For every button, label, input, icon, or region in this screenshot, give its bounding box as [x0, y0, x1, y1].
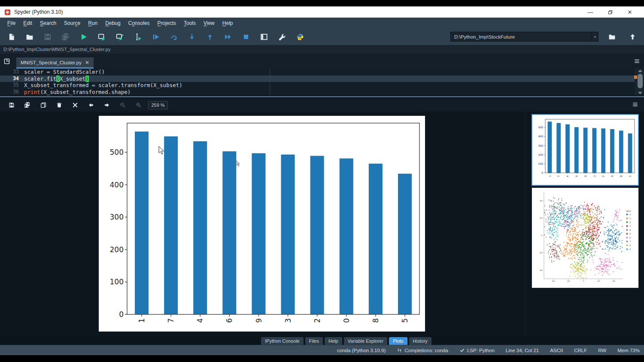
svg-text:6: 6: [225, 318, 234, 323]
previous-plot-button[interactable]: [83, 100, 99, 110]
save-all-button[interactable]: [57, 30, 75, 43]
svg-text:6: 6: [575, 175, 578, 177]
svg-text:0: 0: [119, 310, 124, 319]
plot-thumbnail-tsne[interactable]: -40-2002040-40-2002040label0123456789: [532, 187, 639, 288]
code-editor[interactable]: 33scaler = StandardScaler()34scaler.fit(…: [0, 69, 644, 95]
scrollbar-thumb[interactable]: [638, 74, 643, 88]
svg-text:0: 0: [629, 214, 631, 216]
maximize-pane-button[interactable]: [255, 30, 273, 43]
working-directory-combo[interactable]: [450, 32, 598, 42]
plots-pane: 01002003004005001746932085 0100200300400…: [0, 112, 644, 336]
open-file-button[interactable]: [21, 30, 39, 43]
svg-text:8: 8: [371, 318, 380, 323]
debug-file-button[interactable]: [147, 30, 165, 43]
svg-text:1: 1: [629, 217, 631, 220]
title-bar: Spyder (Python 3.10) — ✕: [0, 6, 644, 18]
plots-toolbar: 259 %: [0, 99, 644, 112]
svg-text:4: 4: [629, 229, 631, 231]
code-line-34: 34scaler.fit(X_subset): [0, 75, 644, 82]
pythonpath-manager-button[interactable]: [291, 30, 309, 43]
preferences-button[interactable]: [273, 30, 291, 43]
zoom-out-button[interactable]: [115, 100, 131, 110]
combo-dropdown-icon[interactable]: [591, 32, 598, 41]
minimize-button[interactable]: —: [580, 7, 600, 17]
run-cell-button[interactable]: [93, 30, 111, 43]
svg-text:5: 5: [629, 233, 631, 235]
save-file-button[interactable]: [39, 30, 57, 43]
close-button[interactable]: ✕: [620, 7, 640, 17]
svg-text:5: 5: [401, 318, 409, 323]
window-title: Spyder (Python 3.10): [14, 9, 63, 15]
svg-text:300: 300: [538, 144, 544, 147]
svg-text:300: 300: [110, 213, 124, 221]
stop-debugging-button[interactable]: [237, 30, 255, 43]
bottom-tab-plots[interactable]: Plots: [389, 337, 407, 345]
menu-help[interactable]: Help: [219, 19, 237, 27]
working-directory-input[interactable]: [451, 34, 591, 39]
run-file-button[interactable]: [75, 30, 93, 43]
svg-text:7: 7: [167, 318, 175, 323]
restore-button[interactable]: [600, 7, 620, 17]
plot-thumbnail-bar[interactable]: 01002003004005001746932085: [532, 114, 639, 186]
svg-text:1: 1: [548, 175, 551, 177]
menu-debug[interactable]: Debug: [101, 19, 124, 27]
remove-plot-button[interactable]: [51, 100, 67, 110]
remove-all-plots-button[interactable]: [67, 100, 83, 110]
run-current-line-button[interactable]: [165, 30, 183, 43]
run-selection-button[interactable]: [129, 30, 147, 43]
svg-text:4: 4: [566, 175, 569, 177]
scroll-flag-marker: [634, 75, 637, 79]
plots-options-menu-icon[interactable]: [632, 101, 641, 109]
bottom-tab-ipython-console[interactable]: IPython Console: [261, 337, 304, 345]
new-file-button[interactable]: [3, 30, 21, 43]
bottom-pane-tabs: IPython ConsoleFilesHelpVariable Explore…: [0, 336, 644, 345]
svg-text:500: 500: [110, 148, 124, 157]
svg-text:5: 5: [629, 175, 632, 177]
svg-text:8: 8: [620, 175, 623, 177]
step-into-button[interactable]: [183, 30, 201, 43]
menu-source[interactable]: Source: [60, 19, 84, 27]
bottom-tab-history[interactable]: History: [409, 337, 431, 345]
menu-view[interactable]: View: [200, 19, 219, 27]
bottom-tab-files[interactable]: Files: [305, 337, 323, 345]
editor-scrollbar[interactable]: [635, 69, 644, 95]
pane-splitter[interactable]: [0, 95, 644, 99]
tab-close-icon[interactable]: ✕: [85, 60, 89, 65]
letterbox-bottom: [0, 355, 644, 362]
step-out-button[interactable]: [201, 30, 219, 43]
save-plot-button[interactable]: [3, 100, 19, 110]
bar-chart-figure: 01002003004005001746932085: [99, 116, 425, 332]
zoom-in-button[interactable]: [131, 100, 146, 110]
browse-tabs-button[interactable]: [3, 58, 12, 66]
scroll-up-icon[interactable]: [638, 69, 642, 72]
copy-plot-button[interactable]: [35, 100, 51, 110]
svg-text:400: 400: [110, 181, 124, 189]
parent-directory-button[interactable]: [625, 31, 640, 43]
svg-text:20: 20: [540, 217, 542, 219]
menu-run[interactable]: Run: [84, 19, 101, 27]
continue-execution-button[interactable]: [219, 30, 237, 43]
save-all-plots-button[interactable]: [19, 100, 35, 110]
bottom-tab-help[interactable]: Help: [325, 337, 342, 345]
svg-text:-20: -20: [567, 280, 570, 282]
editor-tab[interactable]: MNIST_Spectral_Cluster.py ✕: [16, 57, 94, 69]
browse-directory-button[interactable]: [605, 31, 619, 43]
menu-edit[interactable]: Edit: [19, 19, 36, 27]
scroll-down-icon[interactable]: [638, 92, 642, 94]
run-cell-advance-button[interactable]: [111, 30, 129, 43]
svg-text:3: 3: [284, 318, 292, 323]
code-line-33: 33scaler = StandardScaler(): [0, 69, 644, 75]
bottom-tab-variable-explorer[interactable]: Variable Explorer: [344, 337, 388, 345]
svg-text:-20: -20: [539, 252, 543, 254]
next-plot-button[interactable]: [99, 100, 115, 110]
menu-search[interactable]: Search: [36, 19, 60, 27]
menu-file[interactable]: File: [3, 19, 19, 27]
svg-text:9: 9: [255, 318, 263, 323]
svg-text:2: 2: [313, 318, 322, 323]
menu-projects[interactable]: Projects: [154, 19, 180, 27]
editor-tab-label: MNIST_Spectral_Cluster.py: [21, 60, 82, 65]
editor-options-menu-icon[interactable]: [634, 58, 641, 65]
plot-zoom-level: 259 %: [148, 101, 168, 109]
menu-tools[interactable]: Tools: [180, 19, 200, 27]
menu-consoles[interactable]: Consoles: [125, 19, 154, 27]
